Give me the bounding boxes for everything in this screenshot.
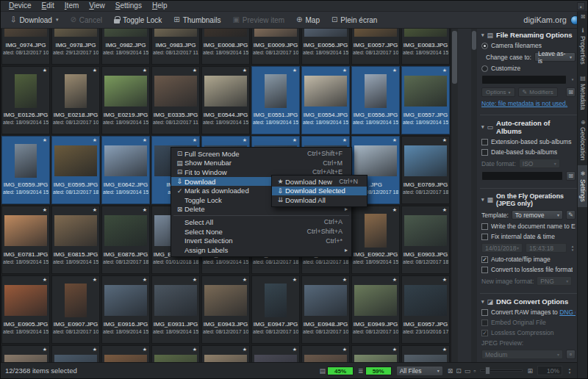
section-header-on-the-fly[interactable]: ▾ ▦ On the Fly Operations (JPEG only) <box>481 192 576 207</box>
options-button[interactable]: Options▾ <box>481 87 515 97</box>
thumbnail-item[interactable]: ★IMG_E0218.JPGated: 08/12/2017 10 <box>51 66 100 134</box>
menu-view[interactable]: View <box>84 1 110 11</box>
toolbar-plein-cran-button[interactable]: ⊡Plein écran <box>326 15 382 26</box>
menu-edit[interactable]: Edit <box>37 1 60 11</box>
section-header-auto-albums[interactable]: ▾ ▭ Auto-creation of Albums <box>481 119 576 135</box>
thumbnail-item[interactable]: ★ <box>351 345 400 362</box>
menu-item[interactable]: Item <box>60 1 84 11</box>
thumbnail-item[interactable]: ★IMG_E0595.JPGated: 08/12/2017 18 <box>51 136 100 204</box>
thumbnail-item[interactable]: ★IMG_E0056.JPGated: 18/09/2014 15 <box>301 29 350 65</box>
thumbnail-item[interactable]: ★ <box>201 345 250 362</box>
thumbnail-item[interactable]: ★IMG_E0949.JPGated: 08/12/2017 10 <box>351 275 400 344</box>
token-icon[interactable]: ⊞ <box>566 87 576 97</box>
date-format-select[interactable]: ISO ▾ <box>519 159 560 168</box>
toolbar-toggle-lock-button[interactable]: Toggle Lock <box>109 15 167 26</box>
thumbnail-item[interactable]: ★IMG_E0057.JPGated: 08/12/2017 10 <box>351 29 400 65</box>
sidebar-tab-settings[interactable]: ✱Settings <box>578 165 588 207</box>
menu-item-invert-selection[interactable]: Invert SelectionCtrl+* <box>171 236 351 245</box>
thumbnail-item[interactable]: ★IMG_E0554.JPGated: 18/09/2014 15 <box>301 66 350 134</box>
zoom-percentage[interactable]: 10% <box>537 366 562 375</box>
menu-item-download-selected[interactable]: ⇩Download Selected <box>272 187 367 196</box>
thumbnail-item[interactable]: ★IMG_E0083.JPGated: 18/09/2014 15 <box>401 29 450 65</box>
thumbnail-item[interactable]: ★IMG_E0916.JPGated: 18/09/2014 15 <box>101 275 150 344</box>
dock-icon[interactable]: ⊠ <box>578 12 588 22</box>
menu-settings[interactable]: Settings <box>110 1 147 11</box>
menu-item-select-none[interactable]: Select NoneCtrl+Shift+A <box>171 227 351 237</box>
toolbar-cancel-button[interactable]: ⊘Cancel <box>65 15 107 26</box>
thumbnail-item[interactable]: ★IMG_E0009.JPGated: 08/12/2017 10 <box>251 29 300 65</box>
thumbnail-item[interactable]: ★IMG_E0905.JPGated: 18/09/2014 15 <box>1 275 50 344</box>
toolbar-download-button[interactable]: ⇩Download▾ <box>5 15 63 26</box>
menu-item-select-all[interactable]: Select AllCtrl+A <box>171 217 351 227</box>
section-header-file-renaming[interactable]: ▾ ▤ File Renaming Options <box>481 31 576 39</box>
toolbar-preview-item-button[interactable]: ▣Preview item <box>227 15 290 26</box>
one-to-one-icon[interactable]: ⊡ <box>456 367 462 375</box>
small-icon[interactable]: ▫ <box>566 350 576 359</box>
modifiers-button[interactable]: ✎Modifiers <box>518 87 558 97</box>
thumbnail-item[interactable]: ★IMG_E0219.JPGated: 18/09/2014 15 <box>101 66 150 134</box>
grid-scrollbar[interactable] <box>451 29 458 362</box>
thumbnail-item[interactable]: ★IMG_E0815.JPGated: 18/09/2014 15 <box>51 206 100 274</box>
digikam-brand[interactable]: digiKam.org <box>523 15 583 25</box>
zoom-spinner[interactable]: ▴▾ <box>567 366 573 375</box>
combo-arrow-icon[interactable]: ▾ <box>570 75 576 84</box>
thumbnail-item[interactable]: ★ <box>51 345 100 362</box>
menu-device[interactable]: Device <box>4 1 37 11</box>
thumbnail-item[interactable]: ★IMG_0978.JPGated: 29/12/2017 10 <box>51 29 100 65</box>
camera-filenames-radio[interactable]: Camera filenames <box>481 42 576 49</box>
window-menu-icon[interactable]: ▪ <box>577 2 585 10</box>
dng-container-link[interactable]: DNG container <box>559 308 576 316</box>
time-field[interactable]: 15:43:18 <box>526 243 567 253</box>
exif-name-checkbox[interactable]: Write the document name to EXIF <box>481 223 576 230</box>
thumbnail-item[interactable]: ★IMG_E0551.JPGated: 18/09/2014 15 <box>251 66 300 134</box>
fix-date-checkbox[interactable]: Fix internal date & time <box>481 233 576 240</box>
metadata-note-link[interactable]: Note: file metadata is not used. <box>481 100 567 107</box>
thumbnail-item[interactable]: ★IMG_E0902.JPGated: 18/09/2014 15 <box>351 206 400 274</box>
token-icon[interactable]: ⊞ <box>566 171 576 181</box>
embed-original-checkbox[interactable]: Embed Original File <box>481 319 576 326</box>
thumbnail-item[interactable]: ★ <box>1 345 50 362</box>
thumbnail-item[interactable]: ★IMG_0982.JPGated: 18/09/2014 15 <box>101 29 150 65</box>
menu-item-download-new[interactable]: ★Download NewCtrl+N <box>272 177 367 187</box>
sidebar-tab-metadata[interactable]: ▤Metadata <box>578 70 588 115</box>
thumbnail-item[interactable]: ★IMG_E0907.JPGated: 08/12/2017 10 <box>51 275 100 344</box>
date-subalbums-checkbox[interactable]: Date-based sub-albums <box>481 148 576 156</box>
thumbnail-item[interactable]: ★IMG_E0642.JPGated: 18/09/2014 15 <box>101 136 150 204</box>
sidebar-scrollbar-thumb[interactable] <box>472 31 476 50</box>
section-header-dng-convert[interactable]: ▾ ◪ DNG Convert Options <box>481 297 576 306</box>
sidebar-tab-properties[interactable]: ℹProperties <box>578 22 588 70</box>
thumbnail-item[interactable]: ★IMG_E0769.JPGated: 08/12/2017 18 <box>401 136 450 204</box>
toolbar-thumbnails-button[interactable]: ⊞Thumbnails <box>168 15 226 26</box>
thumbnail-item[interactable]: ★ <box>401 345 450 362</box>
thumbnail-item[interactable]: ★IMG_E0335.JPGated: 08/12/2017 11 <box>151 66 200 134</box>
thumbnail-item[interactable]: ★IMG_E0008.JPGated: 18/09/2014 15 <box>201 29 250 65</box>
thumbnail-item[interactable]: ★IMG_E0544.JPGated: 18/09/2014 15 <box>201 66 250 134</box>
lossless-compression-checkbox[interactable]: ✓ Lossless Compression <box>481 329 576 336</box>
jpeg-preview-select[interactable]: Medium ▾ <box>481 350 563 359</box>
thumbnail-item[interactable]: ★IMG_E0126.JPGated: 18/09/2014 15 <box>1 66 50 134</box>
toolbar-map-button[interactable]: ⊕Map <box>291 15 325 26</box>
menu-help[interactable]: Help <box>147 1 173 11</box>
convert-lossless-checkbox[interactable]: Convert to lossless file format <box>481 266 576 273</box>
custom-date-format-input[interactable] <box>481 171 563 181</box>
thumbnail-item[interactable]: ★IMG_E0557.JPGated: 18/09/2014 15 <box>401 66 450 134</box>
thumbnail-item[interactable]: ★IMG_E0948.JPGated: 08/12/2017 10 <box>301 275 350 344</box>
small-icon[interactable]: ▫ <box>473 367 476 375</box>
thumbnail-item[interactable]: ★ <box>151 345 200 362</box>
thumbnail-item[interactable]: ★IMG_E0947.JPGated: 08/12/2017 10 <box>251 275 300 344</box>
menu-item-full-screen-mode[interactable]: ⊡Full Screen ModeCtrl+Shift+F <box>171 149 351 159</box>
rename-pattern-input[interactable] <box>481 75 567 84</box>
change-case-select[interactable]: Leave as-is ▾ <box>534 52 576 62</box>
auto-rotate-checkbox[interactable]: ✓ Auto-rotate/flip image <box>481 256 576 263</box>
convert-raw-checkbox[interactable]: Convert RAW images to DNG container <box>481 308 576 316</box>
menu-item-show-menubar[interactable]: ▤Show MenubarCtrl+M <box>171 159 351 168</box>
thumbnail-item[interactable]: ★IMG_E0876.JPGated: 08/12/2017 18 <box>101 206 150 274</box>
customize-radio[interactable]: Customize <box>481 65 576 72</box>
edit-template-icon[interactable]: ✎ <box>566 210 576 220</box>
thumbnail-item[interactable]: ★IMG_E0943.JPGated: 08/12/2017 10 <box>201 275 250 344</box>
thumbnail-item[interactable]: ★IMG_E0957.JPGated: 23/10/2016 17 <box>401 275 450 344</box>
sidebar-tab-geolocation[interactable]: ⊕Geolocation <box>578 115 588 165</box>
thumbnail-item[interactable]: ★IMG_0974.JPGated: 08/12/2017 10 <box>1 29 50 65</box>
thumbnail-item[interactable]: ★IMG_E0781.JPGated: 18/09/2014 15 <box>1 206 50 274</box>
thumbnail-item[interactable]: ★ <box>251 345 300 362</box>
